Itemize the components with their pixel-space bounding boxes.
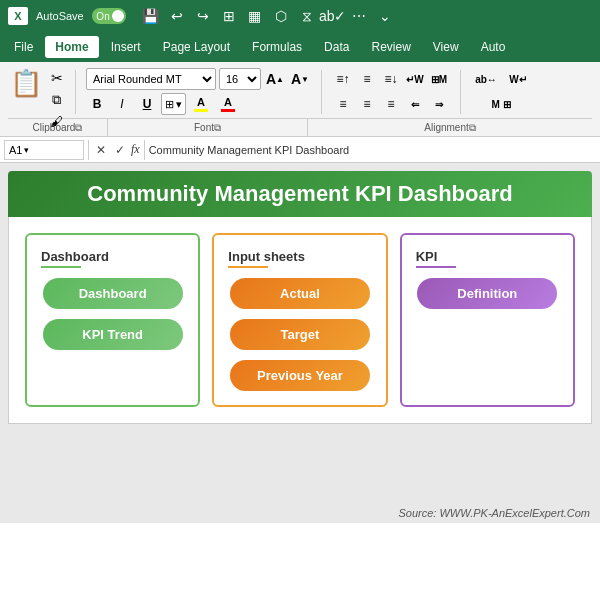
formula-action-icons: ✕ ✓ fx: [93, 142, 140, 158]
font-color-button[interactable]: A: [216, 93, 240, 115]
card-dashboard: Dashboard Dashboard KPI Trend: [25, 233, 200, 407]
dashboard-title: Community Management KPI Dashboard: [28, 181, 572, 207]
ribbon-sep-1: [75, 70, 76, 114]
indent-right-button[interactable]: ⇒: [428, 93, 450, 115]
toggle-state: On: [96, 11, 109, 22]
formula-cancel-icon[interactable]: ✕: [93, 142, 109, 158]
menu-insert[interactable]: Insert: [101, 36, 151, 58]
borders-dropdown: ▾: [176, 98, 182, 111]
cell-reference-box[interactable]: A1 ▾: [4, 140, 84, 160]
source-text: Source: WWW.PK-AnExcelExpert.Com: [398, 507, 590, 519]
spellcheck-icon[interactable]: ab✓: [322, 5, 344, 27]
borders-button[interactable]: ⊞ ▾: [161, 93, 186, 115]
kpi-trend-btn[interactable]: KPI Trend: [43, 319, 183, 350]
dashboard-header: Community Management KPI Dashboard: [8, 171, 592, 217]
excel-icon: X: [8, 7, 28, 25]
merge-button[interactable]: ⊞M: [428, 68, 450, 90]
font-label: Font: [194, 122, 214, 133]
dashboard-card-header: Dashboard: [37, 249, 188, 268]
indent-left-button[interactable]: ⇐: [404, 93, 426, 115]
font-section: Arial Rounded MT 16 A▲ A▼ B I U ⊞ ▾ A: [86, 68, 311, 116]
dashboard-btn[interactable]: Dashboard: [43, 278, 183, 309]
dashboard-card-title: Dashboard: [41, 249, 188, 264]
menu-bar: File Home Insert Page Layout Formulas Da…: [0, 32, 600, 62]
font-size-select[interactable]: 16: [219, 68, 261, 90]
formula-bar: A1 ▾ ✕ ✓ fx: [0, 137, 600, 163]
font-expand[interactable]: ⧉: [214, 122, 221, 134]
align-left-button[interactable]: ≡: [332, 93, 354, 115]
clipboard-label: Clipboard: [33, 122, 76, 133]
wrap-text-button[interactable]: ↵W: [404, 68, 426, 90]
ribbon-sep-2: [321, 70, 322, 114]
merge-cells-button[interactable]: M ⊞: [471, 94, 531, 116]
content-area: Community Management KPI Dashboard Dashb…: [0, 163, 600, 503]
bold-button[interactable]: B: [86, 93, 108, 115]
formula-input[interactable]: [149, 144, 596, 156]
save-icon[interactable]: 💾: [140, 5, 162, 27]
redo-icon[interactable]: ↪: [192, 5, 214, 27]
underline-button[interactable]: U: [136, 93, 158, 115]
alignment-section: ≡↑ ≡ ≡↓ ↵W ⊞M ≡ ≡ ≡ ⇐ ⇒: [332, 68, 450, 116]
menu-data[interactable]: Data: [314, 36, 359, 58]
highlight-color-bar: [194, 109, 208, 112]
alignment-label: Alignment: [424, 122, 468, 133]
align-bottom-button[interactable]: ≡↓: [380, 68, 402, 90]
highlight-color-button[interactable]: A: [189, 93, 213, 115]
table-icon[interactable]: ▦: [244, 5, 266, 27]
font-size-increase[interactable]: A▲: [264, 68, 286, 90]
borders-icon: ⊞: [165, 98, 174, 111]
wrap-button[interactable]: W↵: [503, 69, 533, 91]
filter-icon[interactable]: ⧖: [296, 5, 318, 27]
undo-icon[interactable]: ↩: [166, 5, 188, 27]
toolbar-icons: 💾 ↩ ↪ ⊞ ▦ ⬡ ⧖ ab✓ ⋯ ⌄: [140, 5, 396, 27]
autosave-label: AutoSave: [36, 10, 84, 22]
align-middle-button[interactable]: ≡: [356, 68, 378, 90]
align-expand[interactable]: ⧉: [469, 122, 476, 134]
font-color-letter: A: [224, 96, 232, 108]
grid-icon[interactable]: ⊞: [218, 5, 240, 27]
menu-auto[interactable]: Auto: [471, 36, 516, 58]
actual-btn[interactable]: Actual: [230, 278, 370, 309]
card-kpi: KPI Definition: [400, 233, 575, 407]
italic-button[interactable]: I: [111, 93, 133, 115]
menu-review[interactable]: Review: [361, 36, 420, 58]
definition-btn[interactable]: Definition: [417, 278, 557, 309]
kpi-card-header: KPI: [412, 249, 563, 268]
clipboard-expand[interactable]: ⧉: [75, 122, 82, 134]
align-top-button[interactable]: ≡↑: [332, 68, 354, 90]
ribbon-labels: Clipboard ⧉ Font ⧉ Alignment ⧉: [8, 118, 592, 136]
highlight-letter: A: [197, 96, 205, 108]
menu-home[interactable]: Home: [45, 36, 98, 58]
menu-file[interactable]: File: [4, 36, 43, 58]
menu-page-layout[interactable]: Page Layout: [153, 36, 240, 58]
paste-icon: 📋: [10, 70, 42, 96]
target-btn[interactable]: Target: [230, 319, 370, 350]
formula-confirm-icon[interactable]: ✓: [112, 142, 128, 158]
align-right-button[interactable]: ≡: [380, 93, 402, 115]
expand-icon[interactable]: ⌄: [374, 5, 396, 27]
more-icon[interactable]: ⋯: [348, 5, 370, 27]
previous-year-btn[interactable]: Previous Year: [230, 360, 370, 391]
kpi-card-title: KPI: [416, 249, 563, 264]
cut-button[interactable]: ✂: [48, 68, 65, 88]
clipboard-section: 📋 ✂ ⧉ 🖌: [8, 68, 65, 116]
autosave-toggle[interactable]: On: [92, 8, 126, 24]
font-size-decrease[interactable]: A▼: [289, 68, 311, 90]
ribbon: 📋 ✂ ⧉ 🖌 Arial Rounded MT 16 A▲ A▼: [0, 62, 600, 137]
font-color-bar: [221, 109, 235, 112]
toggle-circle: [112, 10, 124, 22]
shapes-icon[interactable]: ⬡: [270, 5, 292, 27]
cell-ref-dropdown[interactable]: ▾: [24, 145, 29, 155]
formula-separator-2: [144, 140, 145, 160]
title-bar: X AutoSave On 💾 ↩ ↪ ⊞ ▦ ⬡ ⧖ ab✓ ⋯ ⌄: [0, 0, 600, 32]
input-card-title: Input sheets: [228, 249, 375, 264]
input-card-header: Input sheets: [224, 249, 375, 268]
font-name-select[interactable]: Arial Rounded MT: [86, 68, 216, 90]
align-center-button[interactable]: ≡: [356, 93, 378, 115]
menu-formulas[interactable]: Formulas: [242, 36, 312, 58]
number-section: ab↔ W↵ M ⊞: [471, 68, 533, 116]
paste-button[interactable]: 📋: [8, 68, 44, 98]
number-format-button[interactable]: ab↔: [471, 69, 501, 91]
copy-button[interactable]: ⧉: [48, 90, 65, 110]
menu-view[interactable]: View: [423, 36, 469, 58]
